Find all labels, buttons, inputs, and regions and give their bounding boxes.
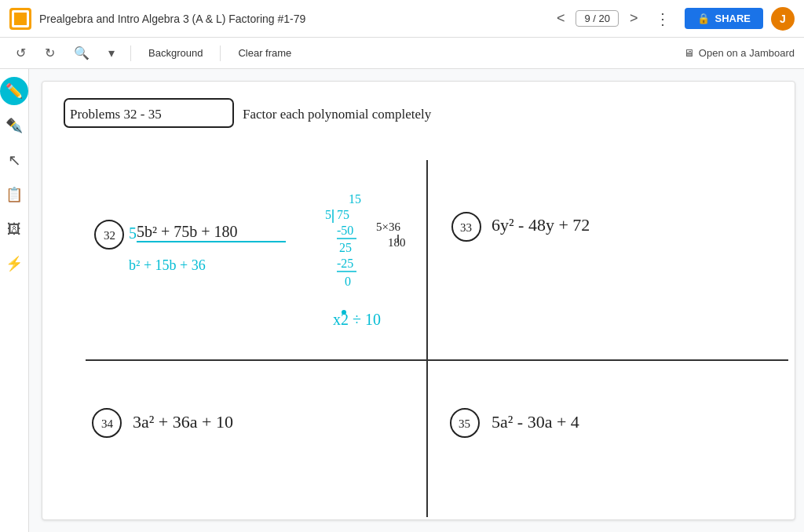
svg-text:x2 ÷ 10: x2 ÷ 10 [333,311,381,328]
main-area: ✏️ ✒️ ↖ 📋 🖼 ⚡ Problems 32 - 35 Factor ea… [0,69,804,532]
svg-text:5b² + 75b + 180: 5b² + 75b + 180 [137,223,238,240]
whiteboard-svg: Problems 32 - 35 Factor each polynomial … [42,82,795,520]
redo-button[interactable]: ↻ [38,42,61,64]
next-page-button[interactable]: > [627,7,641,30]
top-bar: Prealgebra and Intro Algebra 3 (A & L) F… [0,0,804,38]
select-tool[interactable]: ↖ [0,146,28,174]
app-logo [9,8,31,30]
toolbar: ↺ ↻ 🔍 ▾ Background Clear frame 🖥 Open on… [0,38,804,69]
svg-text:32: 32 [104,229,115,242]
svg-text:25: 25 [339,241,352,254]
svg-text:5a² - 30a + 4: 5a² - 30a + 4 [492,412,579,432]
svg-text:180: 180 [388,236,406,249]
svg-text:15: 15 [349,192,361,206]
share-button[interactable]: 🔒 SHARE [685,8,763,29]
avatar[interactable]: J [771,7,795,31]
svg-text:Factor each polynomial complet: Factor each polynomial completely [243,107,432,122]
svg-text:-50: -50 [337,224,353,237]
background-button[interactable]: Background [141,44,210,62]
toolbar-divider [130,46,131,61]
document-title: Prealgebra and Intro Algebra 3 (A & L) F… [39,13,546,25]
zoom-button[interactable]: 🔍 [68,42,96,64]
toolbar-divider-2 [220,46,221,61]
open-jamboard-button[interactable]: 🖥 Open on a Jamboard [684,47,795,59]
svg-point-25 [342,310,346,315]
more-options-button[interactable]: ⋮ [649,6,677,31]
svg-text:Problems 32 - 35: Problems 32 - 35 [70,107,162,122]
monitor-icon: 🖥 [684,47,694,59]
svg-text:b² + 15b + 36: b² + 15b + 36 [129,257,206,273]
page-indicator[interactable]: 9 / 20 [576,10,619,27]
jamboard-label: Open on a Jamboard [699,47,795,59]
svg-text:-25: -25 [337,257,353,270]
sticky-note-tool[interactable]: 📋 [0,180,28,209]
page-label: 9 / 20 [584,13,610,24]
svg-text:75: 75 [337,208,349,221]
laser-tool[interactable]: ⚡ [0,250,28,278]
clear-frame-button[interactable]: Clear frame [230,44,299,62]
svg-text:35: 35 [459,417,470,430]
svg-text:5: 5 [129,224,137,242]
marker-tool[interactable]: ✒️ [0,111,28,140]
svg-text:33: 33 [460,221,472,234]
lock-icon: 🔒 [697,13,710,24]
image-tool[interactable]: 🖼 [0,215,28,243]
svg-text:5×36: 5×36 [376,220,400,233]
svg-text:6y² - 48y + 72: 6y² - 48y + 72 [492,215,590,235]
prev-page-button[interactable]: < [554,7,568,30]
pen-tool[interactable]: ✏️ [0,77,28,105]
svg-text:0: 0 [345,275,351,288]
undo-button[interactable]: ↺ [9,42,32,64]
whiteboard[interactable]: Problems 32 - 35 Factor each polynomial … [42,81,795,520]
svg-text:3a² + 36a + 10: 3a² + 36a + 10 [133,412,233,432]
svg-text:5: 5 [325,208,331,221]
side-panel: ✏️ ✒️ ↖ 📋 🖼 ⚡ [0,69,29,532]
share-label: SHARE [714,13,751,24]
zoom-dropdown-button[interactable]: ▾ [102,42,121,64]
canvas-area: Problems 32 - 35 Factor each polynomial … [29,69,804,532]
svg-text:34: 34 [101,417,114,430]
